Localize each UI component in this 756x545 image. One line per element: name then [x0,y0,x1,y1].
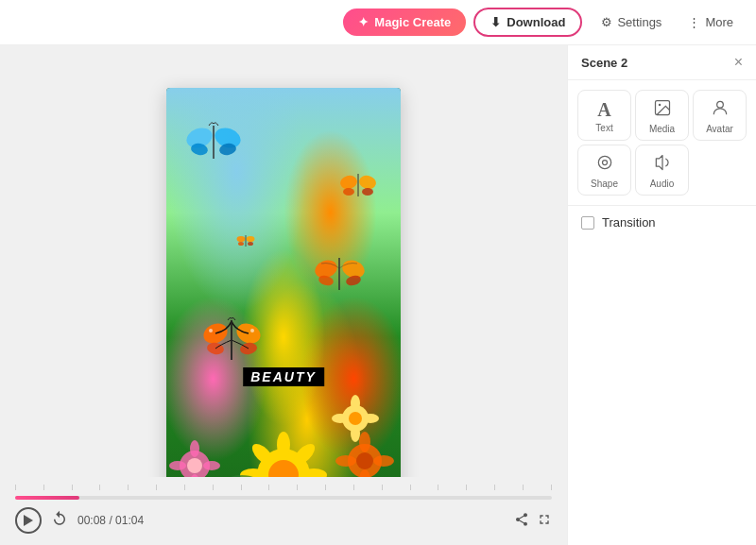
tick-mark [438,485,438,490]
svg-point-45 [359,432,370,452]
svg-marker-57 [24,515,33,526]
settings-icon: ⚙ [601,15,612,29]
timeline-ticks [15,485,552,490]
butterfly-small-orange [339,171,377,199]
canvas-area: BEAUTY [0,45,567,545]
magic-create-button[interactable]: ✦ Magic Create [343,9,466,36]
avatar-icon [711,98,730,120]
media-tool-button[interactable]: Media [635,90,689,141]
more-button[interactable]: ⋮ More [680,9,741,35]
svg-point-22 [237,236,246,242]
tick-mark [523,485,524,490]
panel-tools: A Text Media [568,80,756,205]
tick-mark [410,485,411,490]
audio-tool-button[interactable]: Audio [635,145,689,196]
right-panel: Scene 2 × A Text Media [567,45,756,545]
avatar-tool-button[interactable]: Avatar [693,90,747,141]
playback-controls: 00:08 / 01:04 [15,507,552,534]
tick-mark [15,485,16,490]
svg-point-42 [203,461,220,470]
fullscreen-button[interactable] [537,512,552,530]
replay-icon [51,510,68,527]
tick-mark [43,485,44,490]
svg-point-44 [356,452,373,469]
media-tool-label: Media [649,124,675,134]
svg-point-59 [658,104,661,107]
tick-mark [156,485,157,490]
svg-point-25 [248,242,253,246]
right-controls [514,512,552,530]
transition-checkbox[interactable] [581,216,594,230]
total-time: 01:04 [115,514,144,527]
tick-mark [241,485,242,490]
butterfly-large-orange [314,254,366,294]
tick-mark [213,485,214,490]
settings-button[interactable]: ⚙ Settings [590,9,673,35]
svg-point-61 [598,156,610,168]
shape-tool-label: Shape [591,179,618,189]
header: ✦ Magic Create ⬇ Download ⚙ Settings ⋮ M… [0,0,756,45]
butterfly-blue [185,121,242,163]
tick-mark [551,485,552,490]
transition-label: Transition [602,215,656,230]
svg-point-38 [187,458,202,473]
svg-point-51 [351,395,360,412]
play-button[interactable] [15,507,42,534]
share-icon [514,512,529,527]
flowers-overlay [166,296,401,503]
media-icon [653,98,672,120]
tick-mark [353,485,354,490]
transition-section: Transition [568,205,756,239]
tick-mark [382,485,383,490]
more-label: More [705,15,733,29]
svg-point-6 [343,188,354,196]
video-frame: BEAUTY [166,88,401,503]
settings-label: Settings [617,15,662,29]
more-icon: ⋮ [688,15,700,29]
tick-mark [494,485,495,490]
video-background: BEAUTY [166,88,401,503]
avatar-tool-label: Avatar [706,124,733,134]
timeline-progress [15,496,79,500]
svg-point-48 [373,455,394,467]
tick-mark [268,485,269,490]
sparkle-icon: ✦ [358,15,369,29]
current-time: 00:08 [77,514,106,527]
panel-header: Scene 2 × [568,45,756,80]
tick-mark [72,485,73,490]
play-icon [24,515,33,526]
tick-mark [184,485,185,490]
panel-title: Scene 2 [581,56,627,70]
replay-button[interactable] [51,510,68,531]
audio-icon [653,153,672,175]
svg-point-52 [351,425,360,442]
download-label: Download [507,15,565,29]
audio-tool-label: Audio [650,179,675,189]
text-tool-button[interactable]: A Text [577,90,631,141]
tick-mark [128,485,129,490]
svg-point-41 [169,461,186,470]
svg-point-24 [247,236,255,242]
share-button[interactable] [514,512,529,530]
shape-tool-button[interactable]: Shape [577,145,631,196]
shape-icon [595,153,614,175]
butterfly-tiny [236,233,255,247]
text-tool-label: Text [595,123,612,133]
tick-mark [466,485,467,490]
text-icon: A [597,100,610,119]
svg-point-53 [332,414,349,423]
tick-mark [325,485,326,490]
svg-point-29 [277,432,290,458]
time-display: 00:08 / 01:04 [77,514,505,527]
tick-mark [297,485,298,490]
download-button[interactable]: ⬇ Download [473,8,582,37]
fullscreen-icon [537,512,552,527]
main-area: BEAUTY [0,45,756,545]
svg-point-23 [238,242,244,246]
close-panel-button[interactable]: × [734,55,743,70]
tick-mark [99,485,100,490]
controls-bar: 00:08 / 01:04 [0,477,567,545]
magic-create-label: Magic Create [374,15,451,29]
timeline-track[interactable] [15,496,552,500]
svg-point-54 [362,414,379,423]
